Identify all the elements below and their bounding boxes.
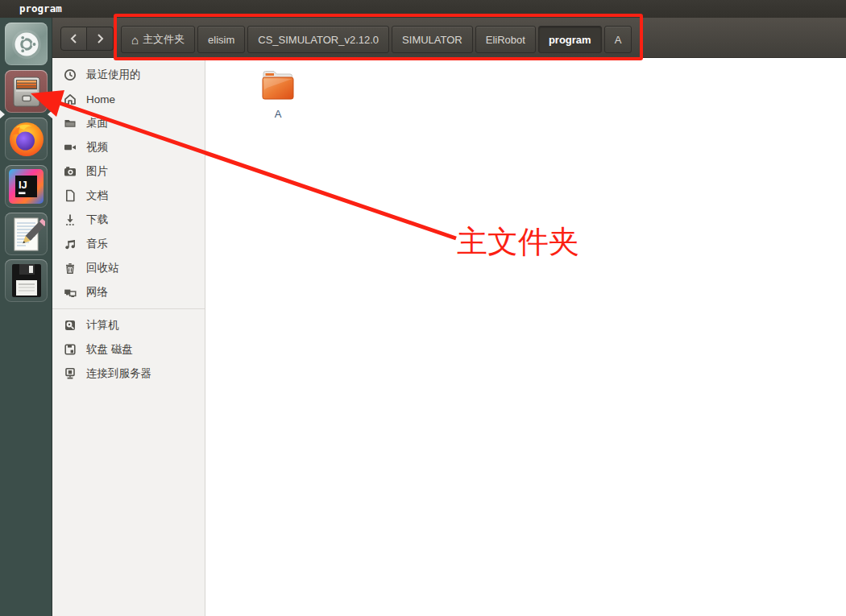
- dock-item-files[interactable]: [5, 70, 48, 113]
- sidebar-label: 音乐: [86, 237, 108, 251]
- sidebar-item-documents[interactable]: 文档: [52, 184, 205, 208]
- back-button[interactable]: [60, 27, 87, 51]
- home-icon: ⌂: [131, 34, 139, 46]
- breadcrumb-simulator[interactable]: SIMULATOR: [392, 26, 473, 53]
- file-browser-view[interactable]: A: [205, 58, 846, 616]
- network-icon: [64, 286, 77, 299]
- places-sidebar: 最近使用的 Home 桌面 视频 图片 文档: [52, 58, 205, 616]
- sidebar-item-pictures[interactable]: 图片: [52, 159, 205, 184]
- sidebar-label: 连接到服务器: [86, 366, 151, 381]
- dock-item-floppy-disk[interactable]: [5, 259, 48, 302]
- sidebar-label: 桌面: [86, 116, 108, 130]
- chevron-right-icon: [93, 32, 106, 45]
- sidebar-item-downloads[interactable]: 下载: [52, 208, 205, 232]
- sidebar-item-home[interactable]: Home: [52, 87, 205, 111]
- text-editor-icon: [8, 216, 45, 253]
- breadcrumb-cs-simulator[interactable]: CS_SIMULATOR_v2.12.0: [247, 26, 389, 53]
- server-icon: [64, 367, 77, 380]
- dock-item-text-editor[interactable]: [5, 213, 48, 255]
- desktop-folder-icon: [64, 117, 77, 130]
- svg-text:IJ: IJ: [19, 179, 27, 191]
- sidebar-item-network[interactable]: 网络: [52, 280, 205, 304]
- breadcrumb: ⌂ 主文件夹 elisim CS_SIMULATOR_v2.12.0 SIMUL…: [121, 26, 632, 53]
- dock-item-firefox[interactable]: [5, 118, 48, 160]
- sidebar-item-music[interactable]: 音乐: [52, 232, 205, 256]
- dock-item-intellij-idea[interactable]: IJ: [5, 165, 48, 208]
- floppy-disk-icon: [9, 263, 44, 299]
- breadcrumb-label: program: [549, 34, 591, 46]
- sidebar-item-recent[interactable]: 最近使用的: [52, 63, 205, 87]
- file-cabinet-icon: [11, 76, 42, 108]
- ubuntu-logo-icon: [10, 28, 43, 60]
- home-icon: [64, 93, 77, 105]
- sidebar-label: 最近使用的: [86, 68, 141, 82]
- trash-icon: [64, 262, 77, 275]
- sidebar-item-floppy-disk[interactable]: 软盘 磁盘: [52, 337, 205, 362]
- breadcrumb-label: CS_SIMULATOR_v2.12.0: [258, 34, 379, 46]
- sidebar-label: 文档: [86, 188, 108, 203]
- folder-name: A: [255, 108, 301, 120]
- breadcrumb-label: 主文件夹: [143, 32, 185, 47]
- music-notes-icon: [64, 238, 77, 250]
- sidebar-item-videos[interactable]: 视频: [52, 135, 205, 159]
- intellij-idea-icon: IJ: [8, 168, 44, 205]
- sidebar-label: 网络: [86, 285, 108, 300]
- window-titlebar: program: [0, 0, 846, 18]
- sidebar-item-connect-to-server[interactable]: 连接到服务器: [52, 362, 205, 386]
- download-arrow-icon: [64, 213, 77, 226]
- sidebar-label: 回收站: [86, 261, 119, 275]
- breadcrumb-label: elisim: [208, 34, 234, 46]
- document-icon: [64, 189, 77, 202]
- floppy-icon: [64, 343, 77, 356]
- breadcrumb-label: A: [615, 34, 622, 46]
- forward-button[interactable]: [87, 27, 114, 51]
- folder-icon: [259, 68, 297, 101]
- sidebar-label: 视频: [86, 140, 108, 155]
- running-indicator-arrow: [0, 110, 5, 119]
- breadcrumb-program-current[interactable]: program: [538, 26, 602, 53]
- sidebar-item-trash[interactable]: 回收站: [52, 256, 205, 280]
- window-title: program: [19, 2, 62, 14]
- sidebar-separator: [52, 308, 205, 309]
- focused-indicator-arrow: [48, 110, 53, 119]
- sidebar-item-computer[interactable]: 计算机: [52, 313, 205, 337]
- breadcrumb-label: SIMULATOR: [402, 34, 462, 46]
- folder-item-a[interactable]: A: [255, 68, 301, 120]
- firefox-icon: [8, 121, 45, 158]
- chevron-left-icon: [68, 32, 81, 45]
- sidebar-label: Home: [86, 93, 115, 105]
- breadcrumb-a[interactable]: A: [604, 26, 632, 53]
- dock-item-ubuntu-dash[interactable]: [5, 23, 48, 65]
- sidebar-label: 软盘 磁盘: [86, 342, 133, 357]
- sidebar-label: 计算机: [86, 318, 119, 333]
- breadcrumb-elisim[interactable]: elisim: [197, 26, 245, 53]
- history-nav-group: [60, 27, 114, 51]
- breadcrumb-label: EliRobot: [486, 34, 525, 46]
- sidebar-label: 下载: [86, 213, 108, 227]
- harddisk-icon: [64, 319, 77, 332]
- launcher-dock: IJ: [0, 18, 52, 616]
- video-camera-icon: [64, 141, 77, 154]
- sidebar-item-desktop[interactable]: 桌面: [52, 111, 205, 135]
- clock-icon: [64, 68, 77, 81]
- path-toolbar: ⌂ 主文件夹 elisim CS_SIMULATOR_v2.12.0 SIMUL…: [52, 18, 846, 58]
- breadcrumb-home[interactable]: ⌂ 主文件夹: [121, 26, 195, 53]
- sidebar-label: 图片: [86, 164, 108, 179]
- breadcrumb-elirobot[interactable]: EliRobot: [475, 26, 536, 53]
- photo-camera-icon: [64, 165, 77, 178]
